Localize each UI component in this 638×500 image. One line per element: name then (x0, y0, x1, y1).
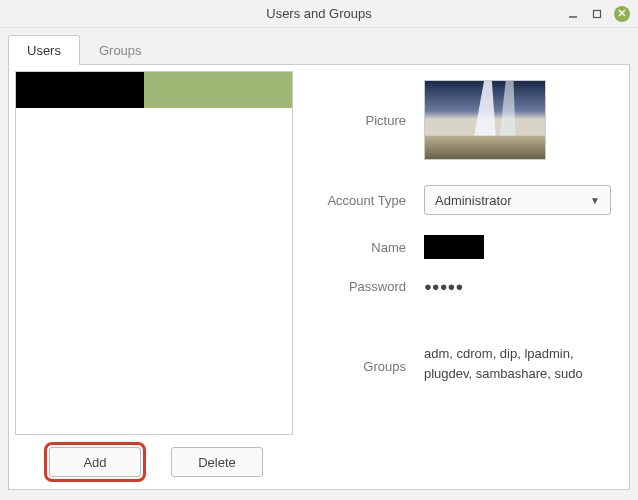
tab-users[interactable]: Users (8, 35, 80, 65)
user-list[interactable] (15, 71, 293, 435)
label-groups: Groups (309, 353, 424, 374)
row-account-type: Account Type Administrator ▼ (309, 185, 611, 215)
password-value[interactable]: ●●●●● (424, 279, 463, 294)
label-name: Name (309, 240, 424, 255)
panel-body: Picture (9, 65, 629, 441)
add-button[interactable]: Add (49, 447, 141, 477)
row-password: Password ●●●●● (309, 279, 611, 294)
label-picture: Picture (309, 113, 424, 128)
delete-button[interactable]: Delete (171, 447, 263, 477)
tab-groups[interactable]: Groups (80, 35, 161, 65)
window-controls (566, 6, 630, 22)
row-groups: Groups adm, cdrom, dip, lpadmin, plugdev… (309, 344, 611, 383)
users-groups-window: Users and Groups Users Groups (0, 0, 638, 500)
button-row: Add Delete (9, 441, 629, 489)
maximize-button[interactable] (590, 7, 604, 21)
svg-rect-5 (425, 136, 545, 159)
svg-rect-1 (594, 10, 601, 17)
window-title: Users and Groups (0, 6, 638, 21)
titlebar: Users and Groups (0, 0, 638, 28)
left-column (9, 65, 299, 441)
minimize-button[interactable] (566, 7, 580, 21)
picture-preview[interactable] (424, 80, 546, 160)
row-name: Name (309, 235, 611, 259)
right-column: Picture (299, 65, 629, 441)
tab-panel: Picture (8, 65, 630, 490)
label-account-type: Account Type (309, 193, 424, 208)
user-list-item-selected[interactable] (16, 72, 292, 108)
groups-value: adm, cdrom, dip, lpadmin, plugdev, samba… (424, 344, 611, 383)
name-value-redacted[interactable] (424, 235, 484, 259)
tab-bar: Users Groups (8, 34, 630, 65)
avatar-image (425, 81, 545, 159)
chevron-down-icon: ▼ (590, 195, 600, 206)
row-picture: Picture (309, 75, 611, 165)
close-button[interactable] (614, 6, 630, 22)
account-type-select[interactable]: Administrator ▼ (424, 185, 611, 215)
account-type-value: Administrator (435, 193, 512, 208)
label-password: Password (309, 279, 424, 294)
user-name-redacted (16, 72, 144, 108)
content-area: Users Groups Picture (0, 28, 638, 500)
